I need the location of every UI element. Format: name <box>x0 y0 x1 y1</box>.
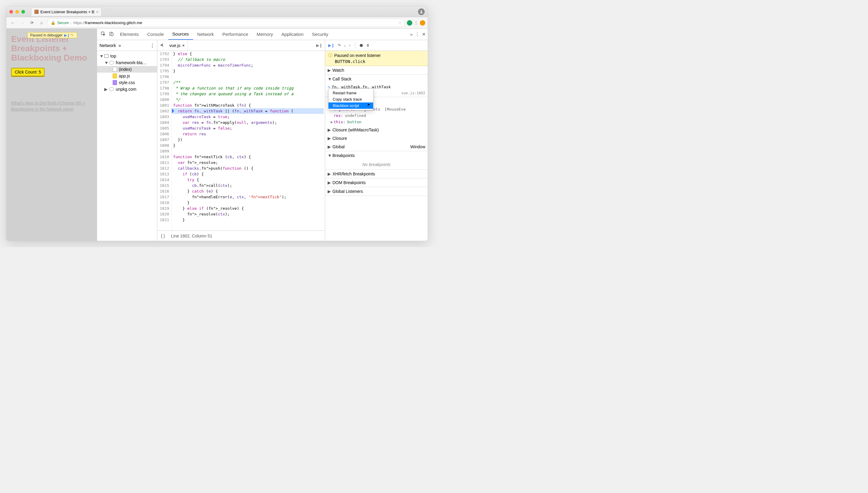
devtools-menu-icon[interactable]: ⋮ <box>415 31 419 37</box>
file-tree: ▼ top ▼ framework-bla… (index) app.js <box>97 51 157 94</box>
page-viewport: Paused in debugger ▶❙ ↷ Event Listener B… <box>6 29 97 241</box>
home-button[interactable]: ⌂ <box>38 19 45 27</box>
address-bar: ← → ⟳ ⌂ 🔒 Secure | https://framework-bla… <box>6 17 428 29</box>
navigator-more-tabs[interactable]: » <box>118 43 121 48</box>
tree-domain[interactable]: ▼ framework-bla… <box>97 59 157 66</box>
extension-icon[interactable] <box>407 20 412 26</box>
page-link[interactable]: What's New In DevTools (Chrome 66) > Bla… <box>11 100 92 112</box>
browser-tab[interactable]: Event Listener Breakpoints + B × <box>31 7 102 16</box>
tab-memory[interactable]: Memory <box>253 29 277 40</box>
ctx-restart-frame[interactable]: Restart frame <box>328 90 373 96</box>
devtools-tabs: Elements Console Sources Network Perform… <box>97 29 428 40</box>
paused-detail: BUTTON.click <box>328 59 425 64</box>
editor-nav-icon[interactable]: ⮜ <box>157 43 166 48</box>
tree-file-index[interactable]: (index) <box>97 66 157 72</box>
watch-pane[interactable]: ▶Watch <box>325 66 428 75</box>
scope-res[interactable]: res:undefined <box>325 112 428 119</box>
tab-elements[interactable]: Elements <box>116 29 143 40</box>
deactivate-breakpoints-button[interactable]: ⬣ <box>360 43 363 48</box>
more-tabs-icon[interactable]: » <box>410 31 413 37</box>
tab-title: Event Listener Breakpoints + B <box>40 9 94 14</box>
reload-button[interactable]: ⟳ <box>28 19 36 27</box>
favicon <box>34 9 39 14</box>
page-title: Event Listener Breakpoints + Blackboxing… <box>11 35 92 62</box>
cursor-position: Line 1802, Column 51 <box>171 234 212 238</box>
close-file-icon[interactable]: × <box>182 43 185 48</box>
tree-domain-unpkg[interactable]: ▶ unpkg.com <box>97 86 157 92</box>
lock-icon: 🔒 <box>51 21 56 25</box>
new-tab-button[interactable] <box>104 9 111 15</box>
mouse-cursor-icon: ➤ <box>367 103 370 107</box>
close-tab-icon[interactable]: × <box>96 9 99 14</box>
ctx-blackbox-script[interactable]: Blackbox script <box>328 103 373 109</box>
info-icon: ⓘ <box>328 53 332 58</box>
tab-sources[interactable]: Sources <box>168 29 193 40</box>
navigator-header: Network » ⋮ <box>97 40 157 51</box>
breakpoints-header[interactable]: ▼Breakpoints <box>325 151 428 160</box>
extension-warning-icon[interactable] <box>420 20 425 26</box>
close-window[interactable] <box>9 10 13 14</box>
tree-top[interactable]: ▼ top <box>97 53 157 59</box>
svg-point-0 <box>421 10 422 12</box>
tree-file-stylecss[interactable]: style.css <box>97 79 157 86</box>
stack-location: vue.js:1802 <box>402 91 425 95</box>
editor-header: ⮜ vue.js × ▶❙ <box>157 40 325 51</box>
paused-banner: ⓘPaused on event listener BUTTON.click <box>325 51 428 66</box>
window-controls <box>9 10 25 14</box>
svg-rect-3 <box>111 33 113 36</box>
step-over-icon[interactable]: ↷ <box>70 33 74 37</box>
step-into-button[interactable]: ↓ <box>344 43 346 48</box>
line-gutter: 1792179317941795179617971798179918001801… <box>157 51 172 231</box>
navigator-menu-icon[interactable]: ⋮ <box>150 43 155 48</box>
navigator-tab[interactable]: Network <box>100 43 116 48</box>
debugger-overlay: Paused in debugger ▶❙ ↷ <box>27 32 77 38</box>
editor-footer: { } Line 1802, Column 51 <box>157 231 325 241</box>
resume-icon[interactable]: ▶❙ <box>64 33 68 37</box>
tab-network[interactable]: Network <box>193 29 218 40</box>
code-source: } else { // fallback to macro microTimer… <box>172 51 325 231</box>
step-over-button[interactable]: ↷ <box>338 43 341 48</box>
pause-on-exceptions-button[interactable]: ⏸ <box>366 43 370 48</box>
device-toggle-icon[interactable] <box>107 31 116 37</box>
profile-icon[interactable] <box>418 8 425 15</box>
editor-filename: vue.js <box>169 43 180 48</box>
format-icon[interactable]: { } <box>161 234 165 238</box>
code-view[interactable]: 1792179317941795179617971798179918001801… <box>157 51 325 231</box>
global-header[interactable]: ▶GlobalWindow <box>325 143 428 151</box>
step-out-button[interactable]: ↑ <box>349 43 351 48</box>
tree-file-appjs[interactable]: app.js <box>97 72 157 79</box>
ctx-copy-stack[interactable]: Copy stack trace <box>328 96 373 103</box>
navigator-panel: Network » ⋮ ▼ top ▼ framework-bla… <box>97 40 157 241</box>
scope-this[interactable]: ▶this:button <box>325 119 428 125</box>
resume-button[interactable]: ▶❙ <box>328 43 334 48</box>
forward-button[interactable]: → <box>18 19 26 27</box>
back-button[interactable]: ← <box>9 19 17 27</box>
xhr-pane[interactable]: ▶XHR/fetch Breakpoints <box>325 170 428 178</box>
extensions-menu-icon[interactable]: ⋮ <box>414 21 418 25</box>
tab-application[interactable]: Application <box>277 29 308 40</box>
window-titlebar: Event Listener Breakpoints + B × <box>6 6 428 17</box>
url-text: https://framework-blackboxing.glitch.me <box>73 21 142 25</box>
maximize-window[interactable] <box>21 10 25 14</box>
editor-file-tab[interactable]: vue.js × <box>166 40 188 51</box>
closure2-header[interactable]: ▶Closure <box>325 134 428 143</box>
tab-security[interactable]: Security <box>308 29 332 40</box>
source-editor: ⮜ vue.js × ▶❙ 17921793179417951796179717… <box>157 40 325 241</box>
breakpoints-pane: ▼Breakpoints No breakpoints <box>325 151 428 170</box>
listeners-pane[interactable]: ▶Global Listeners <box>325 187 428 196</box>
minimize-window[interactable] <box>15 10 19 14</box>
overlay-text: Paused in debugger <box>30 33 62 37</box>
bookmark-star-icon[interactable]: ☆ <box>398 21 402 25</box>
tab-performance[interactable]: Performance <box>218 29 253 40</box>
tab-console[interactable]: Console <box>143 29 168 40</box>
editor-forward-icon[interactable]: ▶❙ <box>314 43 325 48</box>
devtools: Elements Console Sources Network Perform… <box>97 29 428 241</box>
url-field[interactable]: 🔒 Secure | https://framework-blackboxing… <box>47 19 405 27</box>
paused-title: Paused on event listener <box>334 53 381 58</box>
inspect-icon[interactable] <box>99 31 107 37</box>
closure1-header[interactable]: ▶Closure (withMacroTask) <box>325 126 428 134</box>
click-count-button[interactable]: Click Count: 5 <box>11 68 45 76</box>
callstack-header[interactable]: ▼Call Stack <box>325 75 428 83</box>
dom-pane[interactable]: ▶DOM Breakpoints <box>325 178 428 187</box>
close-devtools-icon[interactable]: ✕ <box>422 31 426 37</box>
